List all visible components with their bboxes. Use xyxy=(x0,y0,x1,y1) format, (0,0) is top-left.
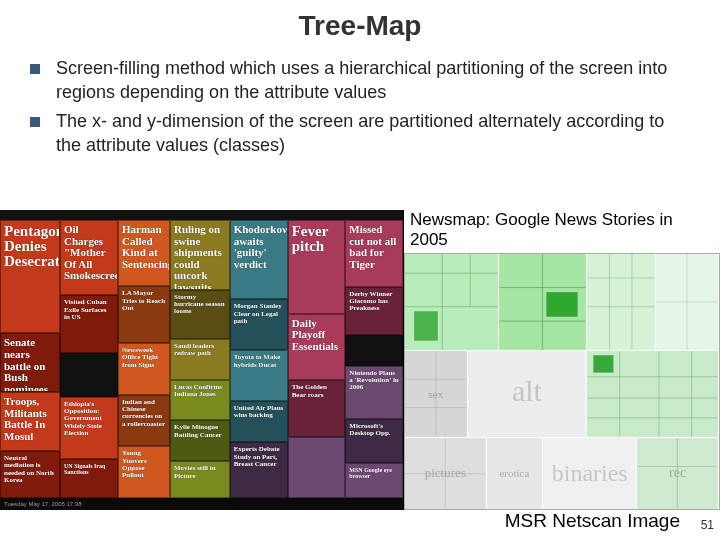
news-cell xyxy=(288,437,346,498)
bullet-text: The x- and y-dimension of the screen are… xyxy=(56,109,690,158)
news-cell: Troops, Militants Battle In Mosul xyxy=(0,392,60,451)
news-cell: Harman Called Kind at Sentencing xyxy=(118,220,170,286)
news-cell: Visited Cuban Exile Surfaces in US xyxy=(60,295,118,352)
news-cell: United Air Plans wins backing xyxy=(230,401,288,442)
news-cell: Newsweek Office Tight from Signs xyxy=(118,343,170,395)
news-cell: Missed cut not all bad for Tiger xyxy=(345,220,403,287)
page-number: 51 xyxy=(701,518,714,532)
news-cell: The Golden Bear roars xyxy=(288,380,346,436)
netscan-label: binaries xyxy=(543,438,636,509)
news-cell: MSN Google eye browser xyxy=(345,463,403,498)
news-cell: Stormy hurricane season looms xyxy=(170,290,230,339)
news-cell: Indian and Chinese currencies on a rolle… xyxy=(118,395,170,447)
newsmap-header-bar xyxy=(0,210,403,220)
square-bullet-icon xyxy=(30,64,40,74)
news-cell: Young Yuuvers Oppose Pullout xyxy=(118,446,170,498)
netscan-label: sex xyxy=(405,351,467,437)
netscan-label: pictures xyxy=(405,438,486,509)
netscan-label: alt xyxy=(468,351,586,437)
netscan-caption: MSR Netscan Image xyxy=(505,510,680,532)
svg-rect-11 xyxy=(587,254,655,350)
bullet-item: The x- and y-dimension of the screen are… xyxy=(30,109,690,158)
news-cell: Fever pitch xyxy=(288,220,346,314)
netscan-figure: sex alt pictures erotica binaries xyxy=(404,253,720,510)
news-cell: Ethiopia's Opposition: Government Widely… xyxy=(60,397,118,459)
news-cell: Movies still in Picture xyxy=(170,461,230,498)
svg-rect-5 xyxy=(414,312,437,341)
news-cell: Experts Debate Study on Part, Breast Can… xyxy=(230,442,288,498)
netscan-label: erotica xyxy=(487,438,543,509)
news-cell xyxy=(345,335,403,366)
news-cell: Khodorkovsky awaits 'guilty' verdict xyxy=(230,220,288,299)
slide-title: Tree-Map xyxy=(0,0,720,56)
news-cell: Daily Playoff Essentials xyxy=(288,314,346,381)
news-cell: Toyota to Make hybrids Ducat xyxy=(230,350,288,401)
news-cell: Lucas Confirms Indiana Jones xyxy=(170,380,230,421)
news-cell: UN Signals Iraq Sanctions xyxy=(60,459,118,498)
news-cell: Kylie Minogue Battling Cancer xyxy=(170,420,230,461)
square-bullet-icon xyxy=(30,117,40,127)
news-cell: Oil Charges "Mother Of All Smokescreens" xyxy=(60,220,118,295)
news-cell: LA Mayor Tries to Reach Out xyxy=(118,286,170,343)
news-cell: Morgan Stanley Clear on Legal path xyxy=(230,299,288,350)
newsmap-caption: Newsmap: Google News Stories in 2005 xyxy=(404,210,720,253)
svg-rect-31 xyxy=(594,355,614,372)
newsmap-footer: Tuesday May 17, 2005 17:38 xyxy=(0,498,403,510)
netscan-label: rec xyxy=(637,438,718,509)
svg-rect-10 xyxy=(547,292,577,316)
bullet-text: Screen-filling method which uses a hiera… xyxy=(56,56,690,105)
news-cell xyxy=(60,353,118,397)
news-cell: Saudi leaders redraw path xyxy=(170,339,230,380)
newsmap-figure: Pentagon Denies Desecration Senate nears… xyxy=(0,210,404,510)
news-cell: Pentagon Denies Desecration xyxy=(0,220,60,333)
news-cell: Ruling on swine shipments could uncork l… xyxy=(170,220,230,290)
news-cell: Nintendo Plans a 'Revolution' in 2006 xyxy=(345,366,403,419)
news-cell: Derby Winner Giacomo has Preakness xyxy=(345,287,403,336)
news-cell: Microsoft's Desktop Opp. xyxy=(345,419,403,463)
news-cell: Neutral mediation is needed on North Kor… xyxy=(0,451,60,498)
bullet-list: Screen-filling method which uses a hiera… xyxy=(0,56,720,169)
bullet-item: Screen-filling method which uses a hiera… xyxy=(30,56,690,105)
news-cell: Senate nears battle on Bush nominees xyxy=(0,333,60,392)
